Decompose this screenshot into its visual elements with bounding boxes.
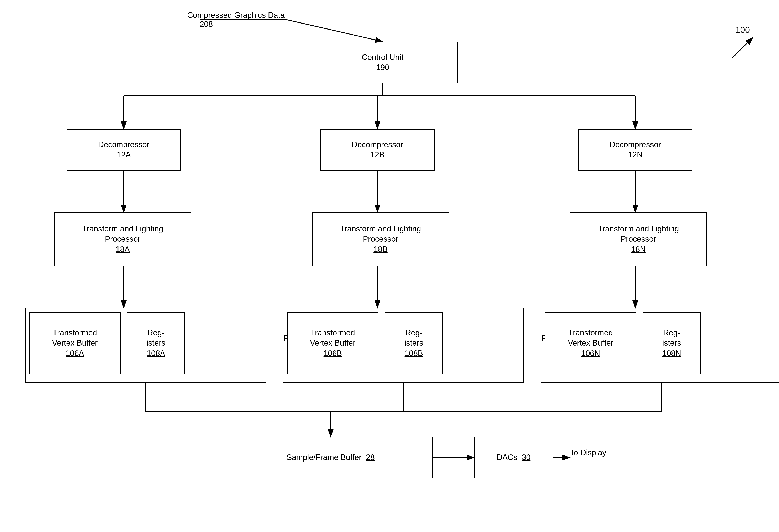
decompressor-a-box: Decompressor 12A: [67, 129, 181, 171]
tvb-n-box: TransformedVertex Buffer 106N: [545, 312, 636, 374]
svg-line-23: [732, 38, 753, 58]
decompressor-b-box: Decompressor 12B: [320, 129, 435, 171]
tlp-n-box: Transform and LightingProcessor 18N: [570, 212, 707, 266]
sfb-box: Sample/Frame Buffer 28: [229, 437, 432, 478]
control-unit-box: Control Unit 190: [308, 42, 458, 83]
input-label: Compressed Graphics Data 208: [187, 11, 285, 29]
tvb-a-box: TransformedVertex Buffer 106A: [29, 312, 121, 374]
reg-a-box: Reg-isters 108A: [127, 312, 185, 374]
tvb-b-box: TransformedVertex Buffer 106B: [287, 312, 378, 374]
reg-n-box: Reg-isters 108N: [643, 312, 701, 374]
svg-line-1: [287, 20, 383, 42]
tlp-b-box: Transform and LightingProcessor 18B: [312, 212, 449, 266]
diagram: 100 Compressed Graphics Data 208 Control…: [0, 0, 779, 532]
reg-b-box: Reg-isters 108B: [385, 312, 443, 374]
to-display-label: To Display: [570, 448, 606, 457]
diagram-ref: 100: [735, 25, 750, 35]
tlp-a-box: Transform and LightingProcessor 18A: [54, 212, 191, 266]
dacs-box: DACs 30: [474, 437, 553, 478]
decompressor-n-box: Decompressor 12N: [578, 129, 693, 171]
